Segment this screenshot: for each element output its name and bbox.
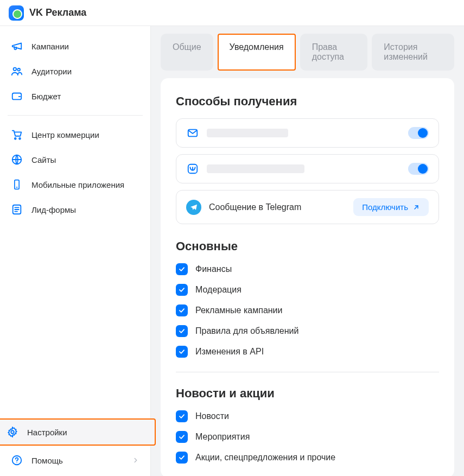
check-label: Рекламные кампании: [195, 306, 282, 315]
check-label: Акции, спецпредложения и прочие: [195, 453, 335, 462]
checkbox-ad-rules[interactable]: [176, 325, 188, 337]
check-row: Изменения в API: [176, 346, 439, 358]
vk-toggle[interactable]: [408, 163, 429, 175]
sidebar-item-audiences[interactable]: Аудитории: [4, 59, 146, 84]
svg-point-3: [15, 138, 16, 139]
section-title-channels: Способы получения: [176, 94, 439, 109]
topbar: VK Реклама: [0, 0, 464, 26]
checkbox-moderation[interactable]: [176, 284, 188, 296]
wallet-icon: [11, 90, 23, 102]
gear-icon: [7, 426, 18, 438]
checkbox-finances[interactable]: [176, 263, 188, 275]
section-title-main: Основные: [176, 239, 439, 253]
vk-logo-icon: [9, 5, 24, 21]
svg-point-0: [14, 68, 16, 71]
vk-value-placeholder: [207, 164, 304, 173]
form-icon: [11, 204, 23, 215]
check-label: Мероприятия: [195, 432, 250, 442]
check-row: Мероприятия: [176, 431, 439, 443]
sidebar-item-budget[interactable]: Бюджет: [4, 84, 146, 109]
vk-icon: [186, 162, 199, 175]
sidebar: Кампании Аудитории Бюджет: [0, 26, 151, 476]
check-label: Новости: [195, 411, 229, 421]
svg-point-8: [11, 430, 14, 434]
users-icon: [11, 65, 23, 77]
check-label: Правила для объявлений: [195, 326, 298, 336]
channel-telegram: Сообщение в Telegram Подключить: [176, 190, 439, 224]
settings-panel: Способы получения: [161, 78, 454, 476]
checklist-main: Финансы Модерация Рекламные кампании Пра…: [176, 263, 439, 358]
checkbox-promos[interactable]: [176, 452, 188, 464]
telegram-label: Сообщение в Telegram: [209, 202, 301, 212]
main-content: Общие Уведомления Права доступа История …: [151, 26, 464, 476]
check-row: Акции, спецпредложения и прочие: [176, 452, 439, 464]
telegram-icon: [186, 200, 201, 215]
check-row: Модерация: [176, 284, 439, 296]
checkbox-events[interactable]: [176, 431, 188, 443]
help-icon: [11, 454, 23, 466]
checkbox-ad-campaigns[interactable]: [176, 304, 188, 316]
sidebar-item-commerce[interactable]: Центр коммерции: [4, 122, 146, 147]
check-label: Изменения в API: [195, 347, 264, 357]
check-row: Финансы: [176, 263, 439, 275]
sidebar-item-label: Помощь: [31, 456, 63, 465]
sidebar-item-lead-forms[interactable]: Лид-формы: [4, 197, 146, 222]
chevron-right-icon: [132, 456, 139, 464]
sidebar-item-help[interactable]: Помощь: [4, 448, 146, 473]
globe-icon: [11, 154, 23, 166]
sidebar-item-label: Бюджет: [31, 92, 61, 101]
sidebar-item-campaigns[interactable]: Кампании: [4, 34, 146, 59]
email-toggle[interactable]: [408, 127, 429, 139]
external-link-icon: [412, 204, 420, 211]
check-row: Новости: [176, 410, 439, 422]
channel-vk: [176, 154, 439, 183]
sidebar-item-label: Настройки: [27, 428, 67, 437]
sidebar-item-settings[interactable]: Настройки: [0, 420, 155, 445]
tab-access-rights[interactable]: Права доступа: [300, 34, 368, 71]
sidebar-item-label: Кампании: [31, 42, 69, 51]
sidebar-item-label: Сайты: [31, 155, 56, 164]
check-label: Финансы: [195, 264, 232, 274]
sidebar-item-label: Лид-формы: [31, 205, 76, 214]
check-label: Модерация: [195, 285, 241, 295]
tab-notifications[interactable]: Уведомления: [218, 34, 296, 71]
mail-icon: [186, 126, 199, 139]
sidebar-item-mobile-apps[interactable]: Мобильные приложения: [4, 172, 146, 197]
check-row: Правила для объявлений: [176, 325, 439, 337]
email-value-placeholder: [207, 129, 288, 137]
svg-point-1: [17, 68, 20, 71]
connect-label: Подключить: [362, 202, 408, 212]
checkbox-news[interactable]: [176, 410, 188, 422]
svg-rect-6: [15, 180, 19, 189]
svg-point-10: [16, 462, 17, 463]
divider: [176, 372, 439, 372]
section-title-news: Новости и акции: [176, 386, 439, 401]
sidebar-item-sites[interactable]: Сайты: [4, 147, 146, 172]
svg-point-4: [19, 138, 21, 139]
checklist-news: Новости Мероприятия Акции, спецпредложен…: [176, 410, 439, 464]
channel-email: [176, 118, 439, 148]
cart-icon: [11, 129, 23, 141]
megaphone-icon: [11, 40, 23, 52]
brand-title: VK Реклама: [29, 7, 86, 18]
tab-general[interactable]: Общие: [161, 34, 213, 71]
tabs: Общие Уведомления Права доступа История …: [161, 34, 454, 71]
sidebar-divider: [8, 115, 143, 116]
checkbox-api-changes[interactable]: [176, 346, 188, 358]
sidebar-item-label: Аудитории: [31, 67, 72, 76]
check-row: Рекламные кампании: [176, 304, 439, 316]
tab-history[interactable]: История изменений: [372, 34, 454, 71]
sidebar-item-label: Мобильные приложения: [31, 180, 124, 189]
sidebar-item-label: Центр коммерции: [31, 130, 99, 139]
connect-telegram-button[interactable]: Подключить: [353, 198, 429, 216]
smartphone-icon: [11, 179, 23, 191]
